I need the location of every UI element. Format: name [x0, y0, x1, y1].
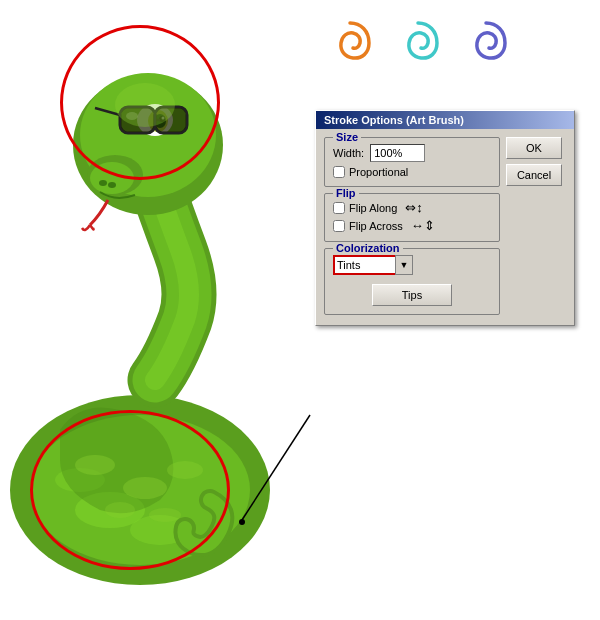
size-section: Size Width: Proportional: [324, 137, 500, 187]
flip-along-icon: ⇔↕: [405, 200, 423, 215]
body-circle: [30, 410, 230, 570]
snake-illustration: [0, 0, 310, 620]
size-label: Size: [333, 131, 361, 143]
svg-point-22: [108, 182, 116, 188]
flip-across-row: Flip Across ↔⇕: [333, 218, 491, 233]
dialog-right-buttons: OK Cancel: [506, 137, 566, 315]
right-panel: Stroke Options (Art Brush) Size Width: P…: [305, 0, 600, 620]
head-circle: [60, 25, 220, 180]
proportional-label: Proportional: [349, 166, 408, 178]
colorization-section: Colorization Tints None Tints and Shades…: [324, 248, 500, 315]
width-label: Width:: [333, 147, 364, 159]
svg-point-21: [99, 180, 107, 186]
colorization-dropdown-row: Tints None Tints and Shades Hue Shift ▼: [333, 255, 491, 275]
ok-button[interactable]: OK: [506, 137, 562, 159]
flip-label: Flip: [333, 187, 359, 199]
flip-section: Flip Flip Along ⇔↕ Flip Across ↔⇕: [324, 193, 500, 242]
colorization-label: Colorization: [333, 242, 403, 254]
proportional-row: Proportional: [333, 166, 491, 178]
dialog-left-panel: Size Width: Proportional Flip Fl: [324, 137, 500, 315]
flip-along-label: Flip Along: [349, 202, 397, 214]
orange-spiral-icon: [325, 18, 375, 68]
flip-across-icon: ↔⇕: [411, 218, 435, 233]
flip-along-row: Flip Along ⇔↕: [333, 200, 491, 215]
flip-across-checkbox[interactable]: [333, 220, 345, 232]
spiral-icons: [325, 18, 511, 68]
flip-along-checkbox[interactable]: [333, 202, 345, 214]
cancel-button[interactable]: Cancel: [506, 164, 562, 186]
proportional-checkbox[interactable]: [333, 166, 345, 178]
width-row: Width:: [333, 144, 491, 162]
purple-spiral-icon: [461, 18, 511, 68]
flip-across-label: Flip Across: [349, 220, 403, 232]
tips-button[interactable]: Tips: [372, 284, 452, 306]
dropdown-wrapper: Tints None Tints and Shades Hue Shift ▼: [333, 255, 413, 275]
teal-spiral-icon: [393, 18, 443, 68]
dialog-title: Stroke Options (Art Brush): [316, 111, 574, 129]
stroke-options-dialog: Stroke Options (Art Brush) Size Width: P…: [315, 110, 575, 326]
colorization-dropdown[interactable]: Tints None Tints and Shades Hue Shift: [333, 255, 413, 275]
width-input[interactable]: [370, 144, 425, 162]
